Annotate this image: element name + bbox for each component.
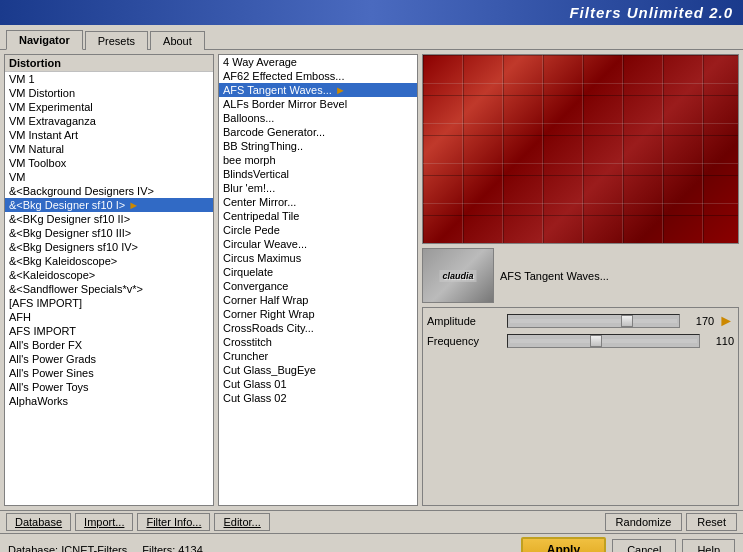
filter-item[interactable]: Cirquelate (219, 265, 417, 279)
editor-button[interactable]: Editor... (214, 513, 269, 531)
category-item[interactable]: VM Toolbox (5, 156, 213, 170)
filter-item[interactable]: Convergance (219, 279, 417, 293)
preview-image (422, 54, 739, 244)
filter-item[interactable]: Centripedal Tile (219, 209, 417, 223)
filter-item[interactable]: Circus Maximus (219, 251, 417, 265)
category-item[interactable]: VM Natural (5, 142, 213, 156)
categories-list[interactable]: VM 1VM DistortionVM ExperimentalVM Extra… (5, 72, 213, 505)
slider-thumb[interactable] (590, 335, 602, 347)
bottom-toolbar: Database Import... Filter Info... Editor… (0, 510, 743, 533)
status-bar: Database: ICNET-Filters Filters: 4134 Ap… (0, 533, 743, 552)
filter-item[interactable]: Crosstitch (219, 335, 417, 349)
filter-item[interactable]: BlindsVertical (219, 167, 417, 181)
filter-item[interactable]: 4 Way Average (219, 55, 417, 69)
params-section: Amplitude170►Frequency110 (422, 307, 739, 506)
category-item[interactable]: &<Background Designers IV> (5, 184, 213, 198)
category-item[interactable]: AFS IMPORT (5, 324, 213, 338)
status-right: Apply Cancel Help (521, 537, 735, 552)
param-row: Amplitude170► (427, 312, 734, 330)
database-label: Database: (8, 544, 58, 552)
categories-panel: Distortion VM 1VM DistortionVM Experimen… (4, 54, 214, 506)
tab-navigator[interactable]: Navigator (6, 30, 83, 50)
help-button[interactable]: Help (682, 539, 735, 552)
filter-info-row: claudia AFS Tangent Waves... (422, 248, 739, 303)
param-value: 170 (684, 315, 714, 327)
right-panel: claudia AFS Tangent Waves... Amplitude17… (422, 54, 739, 506)
category-item[interactable]: VM Distortion (5, 86, 213, 100)
thumb-label: claudia (439, 270, 476, 282)
database-value: ICNET-Filters (61, 544, 127, 552)
filter-item[interactable]: Blur 'em!... (219, 181, 417, 195)
filter-item[interactable]: Barcode Generator... (219, 125, 417, 139)
filter-item[interactable]: bee morph (219, 153, 417, 167)
param-slider[interactable] (507, 334, 700, 348)
slider-thumb[interactable] (621, 315, 633, 327)
category-item[interactable]: &<Bkg Kaleidoscope> (5, 254, 213, 268)
param-label: Frequency (427, 335, 507, 347)
category-item[interactable]: All's Power Sines (5, 366, 213, 380)
database-button[interactable]: Database (6, 513, 71, 531)
randomize-button[interactable]: Randomize (605, 513, 683, 531)
category-item[interactable]: All's Power Grads (5, 352, 213, 366)
filter-item[interactable]: ALFs Border Mirror Bevel (219, 97, 417, 111)
filter-item[interactable]: BB StringThing.. (219, 139, 417, 153)
filter-info-button[interactable]: Filter Info... (137, 513, 210, 531)
category-item[interactable]: &<Bkg Designers sf10 IV> (5, 240, 213, 254)
filter-item[interactable]: Cruncher (219, 349, 417, 363)
status-left: Database: ICNET-Filters Filters: 4134 (8, 544, 521, 552)
category-item[interactable]: All's Power Toys (5, 380, 213, 394)
category-item[interactable]: AlphaWorks (5, 394, 213, 408)
param-value: 110 (704, 335, 734, 347)
category-item[interactable]: &<Sandflower Specials*v*> (5, 282, 213, 296)
category-item[interactable]: VM Experimental (5, 100, 213, 114)
filter-item[interactable]: Circle Pede (219, 223, 417, 237)
filter-thumbnail: claudia (422, 248, 494, 303)
title-text: Filters Unlimited 2.0 (569, 4, 733, 21)
filter-name-label: AFS Tangent Waves... (500, 270, 609, 282)
tab-about[interactable]: About (150, 31, 205, 50)
category-item[interactable]: &<Bkg Designer sf10 I> ► (5, 198, 213, 212)
filter-item[interactable]: CrossRoads City... (219, 321, 417, 335)
filter-item[interactable]: Balloons... (219, 111, 417, 125)
category-item[interactable]: VM 1 (5, 72, 213, 86)
param-arrow-icon: ► (718, 312, 734, 330)
apply-button[interactable]: Apply (521, 537, 606, 552)
category-item[interactable]: [AFS IMPORT] (5, 296, 213, 310)
filter-item[interactable]: Cut Glass 01 (219, 377, 417, 391)
tab-bar: Navigator Presets About (0, 25, 743, 50)
category-item[interactable]: VM Instant Art (5, 128, 213, 142)
category-item[interactable]: &<BKg Designer sf10 II> (5, 212, 213, 226)
title-bar: Filters Unlimited 2.0 (0, 0, 743, 25)
filters-value: 4134 (178, 544, 202, 552)
filter-item[interactable]: Corner Right Wrap (219, 307, 417, 321)
category-item[interactable]: VM Extravaganza (5, 114, 213, 128)
filters-list[interactable]: 4 Way AverageAF62 Effected Emboss...AFS … (219, 55, 417, 505)
filter-item[interactable]: Center Mirror... (219, 195, 417, 209)
filters-panel: 4 Way AverageAF62 Effected Emboss...AFS … (218, 54, 418, 506)
filter-item[interactable]: Circular Weave... (219, 237, 417, 251)
filter-item[interactable]: Cut Glass_BugEye (219, 363, 417, 377)
param-slider[interactable] (507, 314, 680, 328)
reset-button[interactable]: Reset (686, 513, 737, 531)
distortion-header: Distortion (5, 55, 213, 72)
param-row: Frequency110 (427, 334, 734, 348)
category-item[interactable]: All's Border FX (5, 338, 213, 352)
filter-item[interactable]: Cut Glass 02 (219, 391, 417, 405)
filter-item[interactable]: Corner Half Wrap (219, 293, 417, 307)
category-item[interactable]: &<Bkg Designer sf10 III> (5, 226, 213, 240)
cancel-button[interactable]: Cancel (612, 539, 676, 552)
category-item[interactable]: AFH (5, 310, 213, 324)
filters-label: Filters: (142, 544, 175, 552)
tab-presets[interactable]: Presets (85, 31, 148, 50)
thumb-image: claudia (423, 249, 493, 302)
filter-item[interactable]: AF62 Effected Emboss... (219, 69, 417, 83)
main-content: Distortion VM 1VM DistortionVM Experimen… (0, 50, 743, 510)
param-label: Amplitude (427, 315, 507, 327)
import-button[interactable]: Import... (75, 513, 133, 531)
filter-item[interactable]: AFS Tangent Waves... ► (219, 83, 417, 97)
category-item[interactable]: VM (5, 170, 213, 184)
category-item[interactable]: &<Kaleidoscope> (5, 268, 213, 282)
